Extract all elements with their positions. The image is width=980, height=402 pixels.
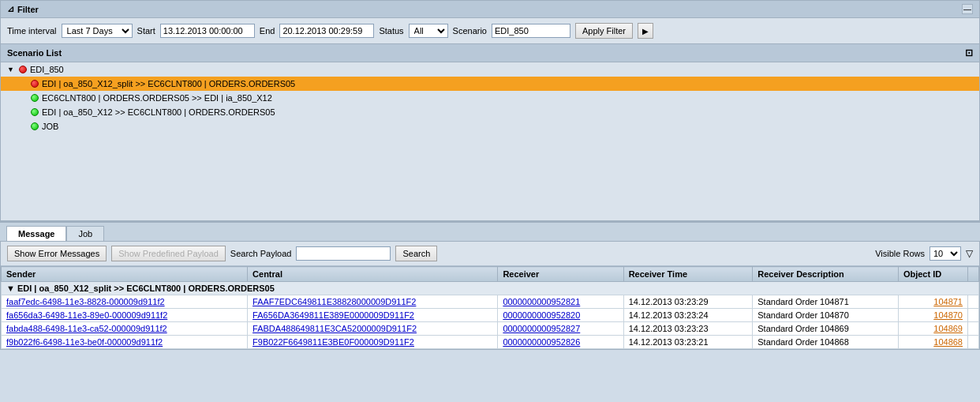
status-select[interactable]: All	[409, 24, 448, 38]
cell-receiver-2: 0000000000952827	[498, 322, 623, 336]
table-row: fabda488-6498-11e3-ca52-000009d911f2 FAB…	[2, 322, 979, 336]
sender-link-0[interactable]: faaf7edc-6498-11e3-8828-000009d911f2	[6, 297, 165, 306]
start-input[interactable]	[160, 24, 255, 38]
show-predefined-payload-button[interactable]: Show Predefined Payload	[111, 246, 226, 261]
scenario-label: Scenario	[453, 26, 487, 36]
filter-header: ⊿ Filter —	[1, 1, 979, 18]
cell-sender-0: faaf7edc-6498-11e3-8828-000009d911f2	[2, 295, 248, 309]
start-label: Start	[137, 26, 155, 36]
receiver-link-3[interactable]: 0000000000952826	[503, 337, 580, 347]
central-link-2[interactable]: FABDA488649811E3CA52000009D911F2	[252, 324, 417, 333]
col-central: Central	[248, 267, 498, 282]
scenario-label-0: EDI_850	[30, 65, 64, 74]
cell-receiver-desc-1: Standard Order 104870	[753, 309, 899, 322]
cell-central-1: FA656DA3649811E389E0000009D911F2	[248, 309, 498, 322]
table-row: f9b022f6-6498-11e3-be0f-000009d911f2 F9B…	[2, 336, 979, 349]
col-scroll	[968, 267, 979, 282]
status-dot-green-3	[31, 108, 39, 116]
object-id-link-3[interactable]: 104868	[933, 337, 963, 347]
cell-receiver-time-2: 14.12.2013 03:23:23	[623, 322, 753, 336]
filter-panel: ⊿ Filter — Time interval Last 7 Days Sta…	[0, 0, 980, 221]
scenario-list-header: Scenario List ⊡	[1, 44, 979, 62]
cell-scroll-2	[968, 322, 979, 336]
sender-link-3[interactable]: f9b022f6-6498-11e3-be0f-000009d911f2	[6, 337, 163, 347]
receiver-link-2[interactable]: 0000000000952827	[503, 324, 580, 333]
group-row-label: ▼ EDI | oa_850_X12_split >> EC6CLNT800 |…	[2, 282, 979, 295]
tab-job[interactable]: Job	[66, 226, 104, 241]
scenario-label-1: EDI | oa_850_X12_split >> EC6CLNT800 | O…	[42, 79, 295, 88]
data-table: Sender Central Receiver Receiver Time Re…	[1, 266, 979, 349]
table-row: fa656da3-6498-11e3-89e0-000009d911f2 FA6…	[2, 309, 979, 322]
col-object-id: Object ID	[898, 267, 967, 282]
visible-rows-select[interactable]: 10	[930, 246, 961, 261]
tabs-row: Message Job	[0, 223, 980, 241]
cell-receiver-desc-3: Standard Order 104868	[753, 336, 899, 349]
scenario-list: ▼ EDI_850 EDI | oa_850_X12_split >> EC6C…	[1, 62, 979, 220]
filter-icon: ⊿	[7, 4, 14, 14]
status-label: Status	[379, 26, 403, 36]
search-button[interactable]: Search	[395, 246, 437, 261]
status-dot-red	[19, 66, 27, 73]
end-input[interactable]	[279, 24, 374, 38]
table-header-row: Sender Central Receiver Receiver Time Re…	[2, 267, 979, 282]
search-payload-label: Search Payload	[230, 249, 292, 258]
sender-link-2[interactable]: fabda488-6498-11e3-ca52-000009d911f2	[6, 324, 167, 333]
scenario-item-1[interactable]: EDI | oa_850_X12_split >> EC6CLNT800 | O…	[1, 77, 979, 91]
status-dot-green-4	[31, 122, 39, 130]
scenario-item-edi850[interactable]: ▼ EDI_850	[1, 62, 979, 77]
col-sender: Sender	[2, 267, 248, 282]
object-id-link-0[interactable]: 104871	[933, 297, 963, 306]
scenario-item-2[interactable]: EC6CLNT800 | ORDERS.ORDERS05 >> EDI | ia…	[1, 91, 979, 105]
cell-object-id-0: 104871	[898, 295, 967, 309]
minimize-button[interactable]: —	[962, 4, 973, 14]
table-row: faaf7edc-6498-11e3-8828-000009d911f2 FAA…	[2, 295, 979, 309]
object-id-link-2[interactable]: 104869	[933, 324, 963, 333]
tab-message[interactable]: Message	[6, 226, 66, 241]
cell-object-id-1: 104870	[898, 309, 967, 322]
cell-receiver-3: 0000000000952826	[498, 336, 623, 349]
table-wrapper: Sender Central Receiver Receiver Time Re…	[1, 266, 979, 349]
cell-scroll-3	[968, 336, 979, 349]
status-dot-green-2	[31, 94, 39, 102]
scenario-label-3: EDI | oa_850_X12 >> EC6CLNT800 | ORDERS.…	[42, 107, 275, 117]
play-button[interactable]: ▶	[638, 23, 653, 39]
cell-receiver-desc-2: Standard Order 104869	[753, 322, 899, 336]
sender-link-1[interactable]: fa656da3-6498-11e3-89e0-000009d911f2	[6, 310, 167, 320]
scenario-list-title: Scenario List	[7, 48, 62, 58]
scenario-item-3[interactable]: EDI | oa_850_X12 >> EC6CLNT800 | ORDERS.…	[1, 105, 979, 119]
table-group-row: ▼ EDI | oa_850_X12_split >> EC6CLNT800 |…	[2, 282, 979, 295]
col-receiver: Receiver	[498, 267, 623, 282]
show-error-messages-button[interactable]: Show Error Messages	[7, 246, 107, 261]
tabs-area: Message Job Show Error Messages Show Pre…	[0, 221, 980, 350]
receiver-link-1[interactable]: 0000000000952820	[503, 310, 580, 320]
time-interval-select[interactable]: Last 7 Days	[62, 24, 133, 38]
object-id-link-1[interactable]: 104870	[933, 310, 963, 320]
end-label: End	[260, 26, 275, 36]
central-link-3[interactable]: F9B022F6649811E3BE0F000009D911F2	[252, 337, 414, 347]
search-payload-input[interactable]	[296, 246, 391, 261]
cell-receiver-desc-0: Standard Order 104871	[753, 295, 899, 309]
cell-central-2: FABDA488649811E3CA52000009D911F2	[248, 322, 498, 336]
apply-filter-button[interactable]: Apply Filter	[575, 23, 633, 39]
export-icon[interactable]: ⊡	[965, 47, 973, 58]
cell-sender-3: f9b022f6-6498-11e3-be0f-000009d911f2	[2, 336, 248, 349]
cell-receiver-time-3: 14.12.2013 03:23:21	[623, 336, 753, 349]
message-panel: Show Error Messages Show Predefined Payl…	[0, 241, 980, 350]
cell-object-id-3: 104868	[898, 336, 967, 349]
central-link-1[interactable]: FA656DA3649811E389E0000009D911F2	[252, 310, 414, 320]
filter-title-text: Filter	[17, 5, 39, 14]
time-interval-label: Time interval	[7, 26, 57, 36]
cell-receiver-time-0: 14.12.2013 03:23:29	[623, 295, 753, 309]
cell-sender-1: fa656da3-6498-11e3-89e0-000009d911f2	[2, 309, 248, 322]
scenario-input[interactable]	[492, 24, 570, 38]
central-link-0[interactable]: FAAF7EDC649811E38828000009D911F2	[252, 297, 416, 306]
message-toolbar: Show Error Messages Show Predefined Payl…	[1, 242, 979, 266]
receiver-link-0[interactable]: 0000000000952821	[503, 297, 580, 306]
cell-scroll-1	[968, 309, 979, 322]
col-receiver-time: Receiver Time	[623, 267, 753, 282]
scenario-label-4: JOB	[42, 122, 58, 131]
cell-receiver-time-1: 14.12.2013 03:23:24	[623, 309, 753, 322]
scenario-item-4[interactable]: JOB	[1, 119, 979, 133]
cell-sender-2: fabda488-6498-11e3-ca52-000009d911f2	[2, 322, 248, 336]
filter-funnel-icon[interactable]: ▽	[966, 248, 973, 259]
